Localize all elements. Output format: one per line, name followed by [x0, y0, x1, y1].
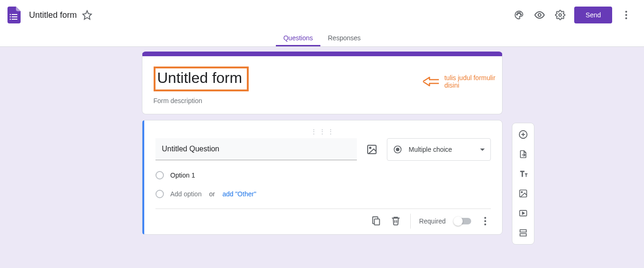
send-button[interactable]: Send — [574, 7, 612, 23]
svg-point-11 — [559, 14, 562, 16]
app-topbar: Untitled form Send — [0, 0, 644, 30]
form-description-input[interactable]: Form description — [154, 97, 491, 104]
settings-icon[interactable] — [550, 5, 570, 25]
svg-point-16 — [396, 148, 400, 151]
star-icon[interactable] — [78, 6, 96, 24]
option-row: Option 1 — [155, 171, 491, 179]
question-title-input[interactable] — [155, 138, 357, 160]
svg-rect-17 — [374, 219, 379, 225]
svg-marker-12 — [423, 77, 439, 86]
svg-rect-0 — [12, 14, 17, 15]
svg-rect-23 — [520, 234, 526, 236]
palette-icon[interactable] — [509, 5, 529, 25]
svg-point-4 — [10, 16, 11, 18]
form-title-input[interactable]: Untitled form — [157, 69, 242, 87]
question-footer: Required — [155, 208, 491, 229]
tab-responses[interactable]: Responses — [320, 34, 368, 46]
delete-icon[interactable] — [391, 216, 402, 227]
arrow-left-icon — [423, 76, 439, 87]
svg-point-7 — [518, 13, 518, 14]
add-image-icon[interactable] — [366, 144, 378, 155]
required-toggle[interactable] — [454, 218, 471, 224]
preview-icon[interactable] — [529, 5, 550, 25]
option-text-input[interactable]: Option 1 — [170, 171, 195, 179]
add-video-icon[interactable] — [515, 205, 532, 222]
or-label: or — [209, 190, 215, 198]
svg-point-3 — [10, 14, 11, 15]
svg-rect-1 — [12, 16, 17, 17]
add-option-button[interactable]: Add option — [170, 190, 202, 198]
svg-point-9 — [520, 14, 521, 15]
tab-questions[interactable]: Questions — [276, 34, 320, 46]
radio-icon — [155, 171, 164, 179]
chevron-down-icon — [480, 149, 485, 151]
svg-point-6 — [517, 14, 518, 15]
more-vert-icon[interactable] — [616, 5, 637, 25]
required-label: Required — [419, 217, 446, 225]
svg-point-20 — [521, 192, 522, 193]
add-option-row: Add option or add "Other" — [155, 190, 491, 198]
annotation-text: tulis judul formulir disini — [444, 74, 503, 89]
radio-icon — [155, 190, 164, 198]
question-type-select[interactable]: Multiple choice — [387, 138, 491, 161]
add-image-icon[interactable] — [515, 185, 532, 202]
question-type-label: Multiple choice — [409, 146, 474, 153]
tabs-bar: Questions Responses — [0, 30, 644, 47]
drag-handle-icon[interactable]: ⋮⋮⋮ — [155, 130, 491, 134]
form-title-highlight: Untitled form — [154, 67, 249, 91]
annotation: tulis judul formulir disini — [423, 74, 503, 89]
divider — [410, 214, 411, 229]
svg-rect-22 — [520, 230, 526, 232]
question-more-icon[interactable] — [480, 216, 491, 227]
svg-point-5 — [10, 19, 11, 20]
radio-icon — [393, 145, 402, 154]
svg-point-14 — [370, 147, 371, 149]
add-other-button[interactable]: add "Other" — [222, 190, 256, 198]
svg-point-10 — [538, 14, 541, 16]
svg-rect-2 — [12, 19, 17, 20]
question-card: ⋮⋮⋮ Multiple choice Option 1 — [142, 120, 503, 235]
svg-point-8 — [519, 13, 520, 14]
forms-logo[interactable] — [7, 7, 21, 23]
side-toolbar — [512, 123, 534, 245]
import-questions-icon[interactable] — [515, 146, 532, 163]
add-question-icon[interactable] — [515, 126, 532, 143]
add-title-icon[interactable] — [515, 165, 532, 182]
canvas: tulis judul formulir disini Untitled for… — [0, 47, 644, 268]
document-title[interactable]: Untitled form — [28, 8, 78, 22]
duplicate-icon[interactable] — [371, 216, 382, 227]
add-section-icon[interactable] — [515, 224, 532, 241]
